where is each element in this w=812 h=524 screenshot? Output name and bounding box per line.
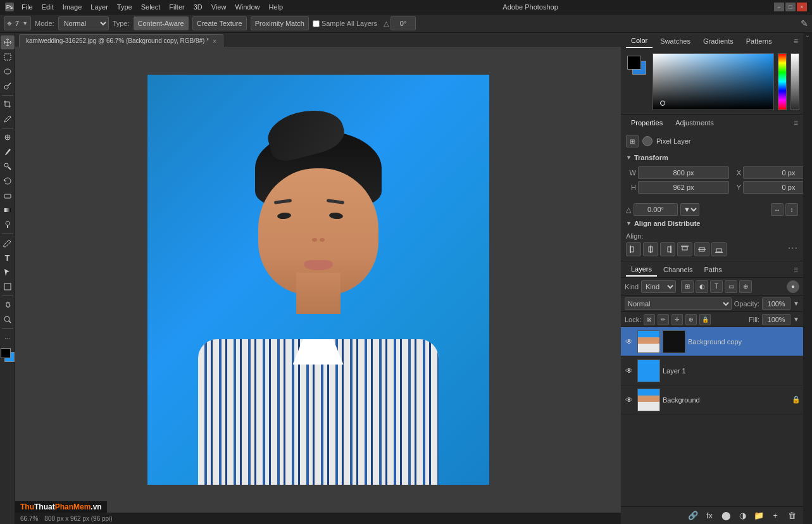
tool-preset-picker[interactable]: ⌖ 7 ▼	[4, 16, 31, 30]
foreground-swatch[interactable]	[627, 56, 641, 70]
clone-stamp-tool[interactable]	[1, 159, 15, 173]
align-distribute-header[interactable]: ▼ Align and Distribute	[621, 217, 803, 230]
align-bottom-btn[interactable]	[711, 242, 727, 256]
brush-tool[interactable]	[1, 145, 15, 159]
layers-tab[interactable]: Layers	[626, 263, 657, 277]
gradients-tab[interactable]: Gradients	[698, 35, 739, 47]
maximize-button[interactable]: □	[785, 3, 796, 11]
align-top-btn[interactable]	[677, 242, 692, 256]
layers-panel-menu[interactable]: ≡	[794, 265, 798, 274]
y-input[interactable]	[743, 181, 803, 194]
content-aware-button[interactable]: Content-Aware	[134, 16, 189, 30]
title-help-menu[interactable]: Help	[265, 3, 287, 11]
lock-transparent-btn[interactable]: ⊠	[644, 314, 655, 325]
mode-select[interactable]: Normal	[58, 16, 109, 30]
filter-type-btn[interactable]: T	[710, 280, 723, 293]
alpha-slider[interactable]	[790, 53, 799, 110]
lock-all-btn[interactable]: 🔒	[699, 314, 711, 325]
layer-item-background[interactable]: 👁 Background 🔒	[621, 385, 803, 415]
layer-item-bg-copy[interactable]: 👁 Background copy	[621, 327, 803, 356]
filter-toggle-btn[interactable]: ●	[787, 280, 799, 293]
align-more-btn[interactable]: ···	[788, 242, 798, 256]
eraser-tool[interactable]	[1, 189, 15, 203]
rotation-input[interactable]	[634, 203, 678, 216]
crop-tool[interactable]	[1, 97, 15, 111]
x-input[interactable]	[743, 166, 803, 179]
align-center-h-btn[interactable]	[643, 242, 658, 256]
lasso-tool[interactable]	[1, 65, 15, 78]
angle-input[interactable]	[390, 16, 416, 30]
flip-h-btn[interactable]: ↔	[771, 203, 784, 216]
panel-edge-btn[interactable]: ›	[804, 35, 811, 37]
proximity-match-button[interactable]: Proximity Match	[251, 16, 309, 30]
adjustments-tab[interactable]: Adjustments	[670, 116, 719, 129]
sample-all-layers-wrap[interactable]: Sample All Layers	[313, 20, 377, 27]
blend-mode-select[interactable]: Normal	[625, 297, 732, 310]
filter-adjustment-btn[interactable]: ◐	[696, 280, 708, 293]
props-panel-menu[interactable]: ≡	[794, 118, 798, 127]
link-layers-btn[interactable]: 🔗	[687, 509, 699, 522]
layer-mask-bg-copy[interactable]	[663, 330, 685, 353]
filter-smart-btn[interactable]: ⊕	[739, 280, 752, 293]
title-type-menu[interactable]: Type	[113, 3, 136, 11]
layer-item-layer1[interactable]: 👁 Layer 1	[621, 356, 803, 385]
type-tool[interactable]: T	[1, 251, 15, 265]
lock-position-btn[interactable]: ✛	[671, 314, 683, 325]
height-input[interactable]	[638, 181, 729, 194]
visibility-eye-layer1[interactable]: 👁	[623, 365, 635, 377]
move-tool[interactable]	[1, 35, 15, 49]
add-group-btn[interactable]: 📁	[753, 509, 765, 522]
align-right-btn[interactable]	[660, 242, 675, 256]
opacity-input[interactable]	[762, 297, 790, 310]
gradient-tool[interactable]	[1, 203, 15, 217]
transform-section-header[interactable]: ▼ Transform	[621, 151, 803, 164]
new-layer-btn[interactable]: +	[769, 509, 782, 522]
foreground-color[interactable]	[1, 348, 11, 358]
title-layer-menu[interactable]: Layer	[87, 3, 112, 11]
visibility-eye-background[interactable]: 👁	[623, 394, 635, 406]
customize-toolbar-btn[interactable]: ✎	[801, 18, 808, 28]
extras-tool[interactable]: ···	[1, 331, 15, 345]
document-tab[interactable]: kamiwedding-316252.jpg @ 66.7% (Backgrou…	[19, 34, 223, 47]
quick-select-tool[interactable]	[1, 79, 15, 93]
width-input[interactable]	[638, 166, 729, 179]
properties-tab[interactable]: Properties	[626, 116, 668, 129]
paths-tab[interactable]: Paths	[699, 263, 727, 276]
foreground-background-tools[interactable]	[1, 348, 15, 362]
color-gradient-box[interactable]	[653, 53, 774, 110]
title-3d-menu[interactable]: 3D	[190, 3, 206, 11]
flip-v-btn[interactable]: ↕	[785, 203, 798, 216]
add-mask-btn[interactable]: ⬤	[720, 509, 732, 522]
visibility-eye-bg-copy[interactable]: 👁	[623, 336, 635, 347]
sample-all-layers-checkbox[interactable]	[313, 20, 320, 27]
close-button[interactable]: ×	[797, 3, 807, 11]
align-center-v-btn[interactable]	[694, 242, 709, 256]
dodge-tool[interactable]	[1, 218, 15, 232]
title-window-menu[interactable]: Window	[231, 3, 263, 11]
minimize-button[interactable]: −	[774, 3, 784, 11]
eyedropper-tool[interactable]	[1, 112, 15, 126]
canvas-document[interactable]	[147, 75, 489, 485]
channels-tab[interactable]: Channels	[658, 263, 697, 276]
spot-heal-tool[interactable]	[1, 130, 15, 144]
canvas-viewport[interactable]: ThuThuatPhanMem.vn	[15, 47, 621, 513]
title-filter-menu[interactable]: Filter	[165, 3, 188, 11]
marquee-tool[interactable]	[1, 50, 15, 64]
fg-bg-color-swatch[interactable]	[1, 348, 15, 362]
hand-tool[interactable]	[1, 298, 15, 312]
fg-bg-swatches[interactable]	[627, 56, 646, 75]
fill-arrow[interactable]: ▼	[793, 316, 799, 323]
history-brush-tool[interactable]	[1, 174, 15, 188]
rotation-select[interactable]: ▼	[680, 203, 699, 216]
filter-pixel-btn[interactable]: ⊞	[681, 280, 694, 293]
pen-tool[interactable]	[1, 236, 15, 250]
lock-pixels-btn[interactable]: ✏	[658, 314, 669, 325]
path-select-tool[interactable]	[1, 265, 15, 279]
title-select-menu[interactable]: Select	[137, 3, 165, 11]
align-left-btn[interactable]	[626, 242, 641, 256]
filter-kind-select[interactable]: Kind	[641, 280, 676, 293]
fx-btn[interactable]: fx	[703, 509, 716, 522]
title-image-menu[interactable]: Image	[59, 3, 86, 11]
fill-input[interactable]	[762, 314, 790, 325]
zoom-tool[interactable]	[1, 313, 15, 327]
